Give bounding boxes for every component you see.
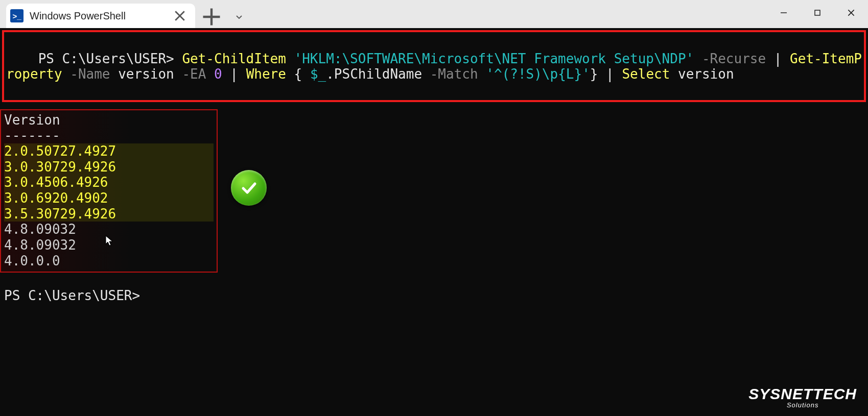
watermark: SYSNETTECH Solutions [748,385,857,409]
watermark-line1: SYSNETTECH [748,385,857,403]
output-rows: 2.0.50727.49273.0.30729.49263.0.4506.492… [4,143,214,268]
chevron-down-icon [235,13,243,21]
minimize-button[interactable] [767,0,801,26]
close-icon [847,8,856,17]
titlebar: >_ Windows PowerShell [0,0,868,28]
output-row: 3.5.30729.4926 [4,206,214,222]
success-badge [231,170,267,206]
output-row: 3.0.30729.4926 [4,159,214,175]
mouse-cursor-icon [105,235,114,247]
output-header: Version [4,112,214,128]
output-highlight-box: Version ------- 2.0.50727.49273.0.30729.… [0,109,218,273]
powershell-icon-glyph: >_ [12,12,21,20]
new-tab-button[interactable] [200,6,223,28]
output-row: 2.0.50727.4927 [4,143,214,159]
prompt-text: PS C:\Users\USER> [38,51,182,66]
terminal-area[interactable]: PS C:\Users\USER> Get-ChildItem 'HKLM:\S… [0,28,868,416]
powershell-icon: >_ [10,9,24,22]
minimize-icon [780,9,788,17]
tab-title: Windows PowerShell [30,10,126,22]
svg-rect-5 [815,10,820,15]
output-row: 4.0.0.0 [4,253,214,269]
close-window-button[interactable] [834,0,868,26]
maximize-button[interactable] [801,0,834,26]
command-highlight-box: PS C:\Users\USER> Get-ChildItem 'HKLM:\S… [2,30,866,102]
maximize-icon [813,9,822,17]
plus-icon [200,6,223,28]
prompt-idle: PS C:\Users\USER> [0,273,868,304]
window-controls [767,0,868,26]
output-row: 3.0.4506.4926 [4,175,214,190]
close-icon [173,9,187,23]
tab-dropdown-button[interactable] [228,6,250,28]
tab-close-button[interactable] [173,9,187,23]
output-divider: ------- [4,128,214,143]
tab-powershell[interactable]: >_ Windows PowerShell [6,4,195,28]
output-row: 3.0.6920.4902 [4,190,214,206]
checkmark-icon [239,178,259,198]
